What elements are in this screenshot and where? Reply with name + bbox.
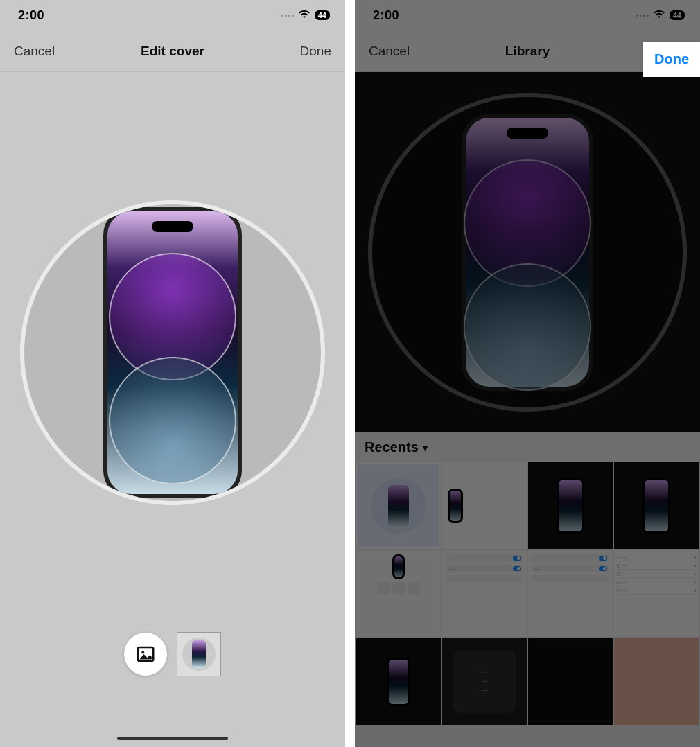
cover-crop-area[interactable] <box>0 72 345 613</box>
status-bar: 2:00 44 <box>355 0 700 30</box>
preview-image <box>462 114 593 391</box>
cancel-button[interactable]: Cancel <box>14 44 55 59</box>
photo-grid: ······ ······ ······ ······ ······ ·····… <box>355 462 700 747</box>
photo-thumbnail[interactable]: ····· ····· ····· <box>442 638 527 725</box>
svg-point-1 <box>141 651 144 654</box>
selection-preview[interactable] <box>355 72 700 432</box>
photo-thumbnail[interactable] <box>614 638 699 725</box>
photo-library-button[interactable] <box>124 633 167 676</box>
photo-thumbnail[interactable] <box>528 638 613 725</box>
home-indicator[interactable] <box>117 737 228 740</box>
battery-icon: 44 <box>670 10 685 20</box>
image-icon <box>135 644 156 665</box>
cover-image[interactable] <box>103 207 242 498</box>
chevron-down-icon: ▾ <box>423 442 428 453</box>
edit-cover-screen: 2:00 44 Cancel Edit cover Done <box>0 0 345 747</box>
photo-thumbnail[interactable]: ······ ······ ······ <box>528 550 613 637</box>
clock: 2:00 <box>373 8 399 23</box>
library-picker-screen: 2:00 44 Cancel Library Done Recents ▾ <box>355 0 700 747</box>
status-bar: 2:00 44 <box>0 0 345 30</box>
photo-thumbnail[interactable] <box>356 638 441 725</box>
cellular-dots-icon <box>281 15 294 17</box>
photo-thumbnail[interactable] <box>356 550 441 637</box>
photo-thumbnail[interactable]: ▢ ····› ▢ ····› ▢ ····› ▢ ····› ▢ ····› <box>614 550 699 637</box>
battery-icon: 44 <box>315 10 330 20</box>
crop-mask-circle <box>20 200 325 505</box>
cover-source-tray <box>0 613 345 696</box>
done-button[interactable]: Done <box>300 44 331 59</box>
wifi-icon <box>653 8 665 23</box>
photo-thumbnail[interactable] <box>356 462 441 549</box>
photo-thumbnail[interactable] <box>528 462 613 549</box>
photo-thumbnail[interactable] <box>614 462 699 549</box>
album-selector[interactable]: Recents ▾ <box>355 432 700 462</box>
cancel-button[interactable]: Cancel <box>369 44 410 59</box>
done-button-highlight[interactable]: Done <box>643 42 700 77</box>
cellular-dots-icon <box>636 15 649 17</box>
photo-thumbnail[interactable]: ······ ······ ······ <box>442 550 527 637</box>
status-icons: 44 <box>281 8 330 23</box>
crop-mask-circle <box>368 93 687 412</box>
cover-thumbnail[interactable] <box>177 632 221 676</box>
clock: 2:00 <box>18 8 44 23</box>
nav-bar: Cancel Edit cover Done <box>0 30 345 72</box>
library-content: Recents ▾ <box>355 72 700 747</box>
album-label: Recents <box>365 439 419 455</box>
wifi-icon <box>298 8 310 23</box>
status-icons: 44 <box>636 8 685 23</box>
photo-thumbnail[interactable] <box>442 462 527 549</box>
